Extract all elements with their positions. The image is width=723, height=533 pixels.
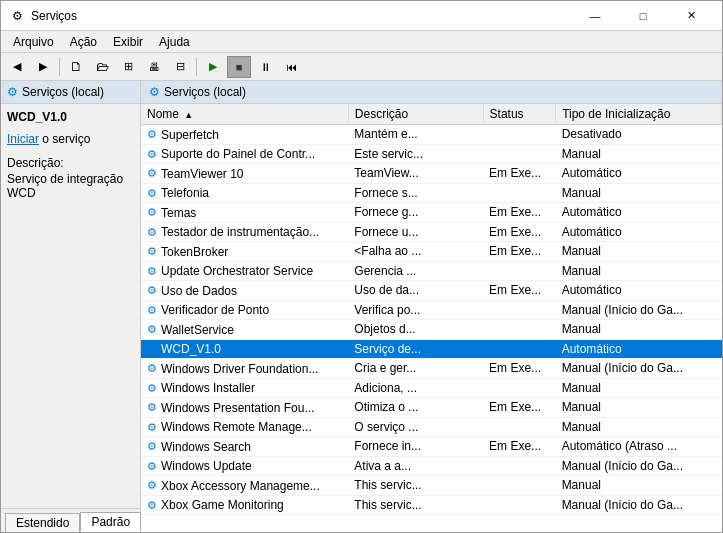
left-panel-header: ⚙ Serviços (local) [1,81,140,104]
services-table-wrapper[interactable]: Nome ▲ Descrição Status Tipo de Iniciali… [141,104,722,532]
cell-status [483,417,556,437]
col-descricao[interactable]: Descrição [348,104,483,125]
service-icon: ⚙ [147,187,157,200]
forward-button[interactable]: ▶ [31,56,55,78]
cell-desc: TeamView... [348,164,483,184]
sort-arrow-nome: ▲ [184,110,193,120]
service-action-line: Iniciar o serviço [7,132,134,146]
pause-button[interactable]: ⏸ [253,56,277,78]
cell-desc: Verifica po... [348,300,483,320]
service-icon: ⚙ [147,499,157,512]
table-row[interactable]: ⚙SuperfetchMantém e...Desativado [141,125,722,145]
window-title: Serviços [31,9,572,23]
maximize-button[interactable]: □ [620,1,666,31]
cell-startup: Desativado [556,125,722,145]
table-row[interactable]: ⚙Update Orchestrator ServiceGerencia ...… [141,261,722,281]
cell-status [483,476,556,496]
table-row[interactable]: ⚙Windows Remote Manage...O serviço ...Ma… [141,417,722,437]
table-row[interactable]: ⚙Windows Presentation Fou...Otimiza o ..… [141,398,722,418]
close-button[interactable]: ✕ [668,1,714,31]
cell-status: Em Exe... [483,203,556,223]
cell-desc: Objetos d... [348,320,483,340]
cell-name: ⚙TeamViewer 10 [141,164,348,184]
table-row[interactable]: ⚙WalletServiceObjetos d...Manual [141,320,722,340]
cell-name: ⚙Update Orchestrator Service [141,261,348,281]
cell-name: ⚙WalletService [141,320,348,340]
table-row[interactable]: ⚙TokenBroker<Falha ao ...Em Exe...Manual [141,242,722,262]
cell-startup: Manual (Início do Ga... [556,359,722,379]
menu-exibir[interactable]: Exibir [105,33,151,51]
back-button[interactable]: ◀ [5,56,29,78]
service-icon: ⚙ [147,362,157,375]
menu-acao[interactable]: Ação [62,33,105,51]
main-window: ⚙ Serviços — □ ✕ Arquivo Ação Exibir Aju… [0,0,723,533]
service-icon: ⚙ [147,304,157,317]
table-row[interactable]: ⚙Testador de instrumentação...Fornece u.… [141,222,722,242]
cell-startup: Manual [556,476,722,496]
col-status[interactable]: Status [483,104,556,125]
cell-startup: Manual [556,417,722,437]
table-row[interactable]: ⚙TelefoniaFornece s...Manual [141,183,722,203]
cell-name: ⚙Telefonia [141,183,348,203]
cell-desc: Gerencia ... [348,261,483,281]
service-icon: ⚙ [147,167,157,180]
table-row[interactable]: ⚙Suporte do Painel de Contr...Este servi… [141,144,722,164]
toolbar: ◀ ▶ 🗋 🗁 ⊞ 🖶 ⊟ ▶ ■ ⏸ ⏮ [1,53,722,81]
table-row[interactable]: ⚙TemasFornece g...Em Exe...Automático [141,203,722,223]
cell-desc: Otimiza o ... [348,398,483,418]
table-row[interactable]: ⚙Windows InstallerAdiciona, ...Manual [141,378,722,398]
cell-status: Em Exe... [483,164,556,184]
table-row[interactable]: ⚙Xbox Accessory Manageme...This servic..… [141,476,722,496]
main-area: ⚙ Serviços (local) WCD_V1.0 Iniciar o se… [1,81,722,532]
cell-desc: This servic... [348,495,483,515]
table-row[interactable]: ⚙Verificador de PontoVerifica po...Manua… [141,300,722,320]
toolbar-btn-5[interactable]: ⊟ [168,56,192,78]
tab-estendido[interactable]: Estendido [5,513,80,532]
table-row[interactable]: ⚙Uso de DadosUso de da...Em Exe...Automá… [141,281,722,301]
cell-name: ⚙Suporte do Painel de Contr... [141,144,348,164]
cell-name: ⚙Windows Remote Manage... [141,417,348,437]
cell-startup: Automático [556,203,722,223]
cell-name: ⚙Verificador de Ponto [141,300,348,320]
cell-desc: Adiciona, ... [348,378,483,398]
tab-padrao[interactable]: Padrão [80,512,141,532]
toolbar-btn-2[interactable]: 🗁 [90,56,114,78]
left-panel-icon: ⚙ [7,85,18,99]
table-row[interactable]: ⚙TeamViewer 10TeamView...Em Exe...Automá… [141,164,722,184]
restart-button[interactable]: ⏮ [279,56,303,78]
table-row[interactable]: ⚙Windows Driver Foundation...Cria e ger.… [141,359,722,379]
play-button[interactable]: ▶ [201,56,225,78]
service-icon: ⚙ [147,148,157,161]
cell-name: ⚙Windows Presentation Fou... [141,398,348,418]
cell-status [483,339,556,359]
right-panel: ⚙ Serviços (local) Nome ▲ Descrição Stat… [141,81,722,532]
cell-status: Em Exe... [483,222,556,242]
cell-desc: Fornece s... [348,183,483,203]
cell-startup: Automático (Atraso ... [556,437,722,457]
start-service-link[interactable]: Iniciar [7,132,39,146]
cell-status: Em Exe... [483,281,556,301]
menu-arquivo[interactable]: Arquivo [5,33,62,51]
col-nome[interactable]: Nome ▲ [141,104,348,125]
minimize-button[interactable]: — [572,1,618,31]
toolbar-btn-3[interactable]: ⊞ [116,56,140,78]
right-panel-icon: ⚙ [149,85,160,99]
desc-label: Descrição: [7,156,134,170]
cell-startup: Manual [556,398,722,418]
cell-startup: Manual [556,242,722,262]
service-icon: ⚙ [147,245,157,258]
cell-name: ⚙Xbox Game Monitoring [141,495,348,515]
table-row[interactable]: ⚙WCD_V1.0Serviço de...Automático [141,339,722,359]
toolbar-btn-4[interactable]: 🖶 [142,56,166,78]
toolbar-btn-1[interactable]: 🗋 [64,56,88,78]
cell-status: Em Exe... [483,398,556,418]
stop-button[interactable]: ■ [227,56,251,78]
cell-status [483,456,556,476]
col-tipo[interactable]: Tipo de Inicialização [556,104,722,125]
table-row[interactable]: ⚙Windows SearchFornece in...Em Exe...Aut… [141,437,722,457]
right-panel-header: ⚙ Serviços (local) [141,81,722,104]
table-row[interactable]: ⚙Windows UpdateAtiva a a...Manual (Iníci… [141,456,722,476]
table-row[interactable]: ⚙Xbox Game MonitoringThis servic...Manua… [141,495,722,515]
cell-startup: Automático [556,281,722,301]
menu-ajuda[interactable]: Ajuda [151,33,198,51]
